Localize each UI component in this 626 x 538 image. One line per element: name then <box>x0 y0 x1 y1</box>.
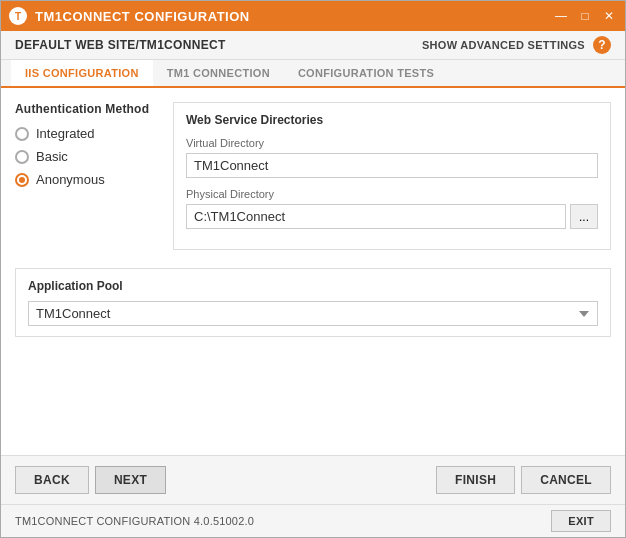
app-pool-select[interactable]: TM1Connect <box>28 301 598 326</box>
subtitle-bar: DEFAULT WEB SITE/TM1CONNECT SHOW ADVANCE… <box>1 31 625 60</box>
auth-basic-label: Basic <box>36 149 68 164</box>
radio-basic[interactable] <box>15 150 29 164</box>
title-bar-title: TM1CONNECT CONFIGURATION <box>35 9 250 24</box>
browse-button[interactable]: ... <box>570 204 598 229</box>
show-advanced-button[interactable]: SHOW ADVANCED SETTINGS <box>422 39 585 51</box>
app-pool-title: Application Pool <box>28 279 598 293</box>
footer-actions: FINISH CANCEL <box>436 466 611 494</box>
virtual-directory-group: Virtual Directory <box>186 137 598 178</box>
auth-section-title: Authentication Method <box>15 102 155 116</box>
subtitle-right: SHOW ADVANCED SETTINGS ? <box>422 36 611 54</box>
back-button[interactable]: BACK <box>15 466 89 494</box>
help-button[interactable]: ? <box>593 36 611 54</box>
physical-directory-group: Physical Directory ... <box>186 188 598 229</box>
auth-integrated[interactable]: Integrated <box>15 126 155 141</box>
virtual-directory-label: Virtual Directory <box>186 137 598 149</box>
finish-button[interactable]: FINISH <box>436 466 515 494</box>
physical-directory-label: Physical Directory <box>186 188 598 200</box>
virtual-directory-input[interactable] <box>186 153 598 178</box>
radio-anonymous[interactable] <box>15 173 29 187</box>
auth-section: Authentication Method Integrated Basic A… <box>15 102 155 250</box>
main-content: Authentication Method Integrated Basic A… <box>1 88 625 455</box>
app-pool-section: Application Pool TM1Connect <box>15 268 611 337</box>
web-service-section: Web Service Directories Virtual Director… <box>173 102 611 250</box>
web-section-title: Web Service Directories <box>186 113 598 127</box>
physical-directory-row: ... <box>186 204 598 229</box>
cancel-button[interactable]: CANCEL <box>521 466 611 494</box>
content-row: Authentication Method Integrated Basic A… <box>15 102 611 250</box>
next-button[interactable]: NEXT <box>95 466 166 494</box>
auth-anonymous-label: Anonymous <box>36 172 105 187</box>
app-logo: T <box>9 7 27 25</box>
minimize-button[interactable]: — <box>553 9 569 23</box>
title-bar-left: T TM1CONNECT CONFIGURATION <box>9 7 250 25</box>
title-bar-controls: — □ ✕ <box>553 9 617 23</box>
radio-integrated[interactable] <box>15 127 29 141</box>
footer-nav: BACK NEXT <box>15 466 166 494</box>
status-text: TM1CONNECT CONFIGURATION 4.0.51002.0 <box>15 515 254 527</box>
auth-basic[interactable]: Basic <box>15 149 155 164</box>
physical-directory-input[interactable] <box>186 204 566 229</box>
tab-iis-configuration[interactable]: IIS CONFIGURATION <box>11 60 153 88</box>
status-bar: TM1CONNECT CONFIGURATION 4.0.51002.0 EXI… <box>1 504 625 537</box>
logo-letter: T <box>15 11 21 22</box>
site-path: DEFAULT WEB SITE/TM1CONNECT <box>15 38 226 52</box>
tab-tm1-connection[interactable]: TM1 CONNECTION <box>153 60 284 88</box>
tabs-bar: IIS CONFIGURATION TM1 CONNECTION CONFIGU… <box>1 60 625 88</box>
auth-integrated-label: Integrated <box>36 126 95 141</box>
exit-button[interactable]: EXIT <box>551 510 611 532</box>
maximize-button[interactable]: □ <box>577 9 593 23</box>
footer: BACK NEXT FINISH CANCEL <box>1 455 625 504</box>
auth-anonymous[interactable]: Anonymous <box>15 172 155 187</box>
auth-radio-group: Integrated Basic Anonymous <box>15 126 155 187</box>
tab-configuration-tests[interactable]: CONFIGURATION TESTS <box>284 60 448 88</box>
close-button[interactable]: ✕ <box>601 9 617 23</box>
title-bar: T TM1CONNECT CONFIGURATION — □ ✕ <box>1 1 625 31</box>
